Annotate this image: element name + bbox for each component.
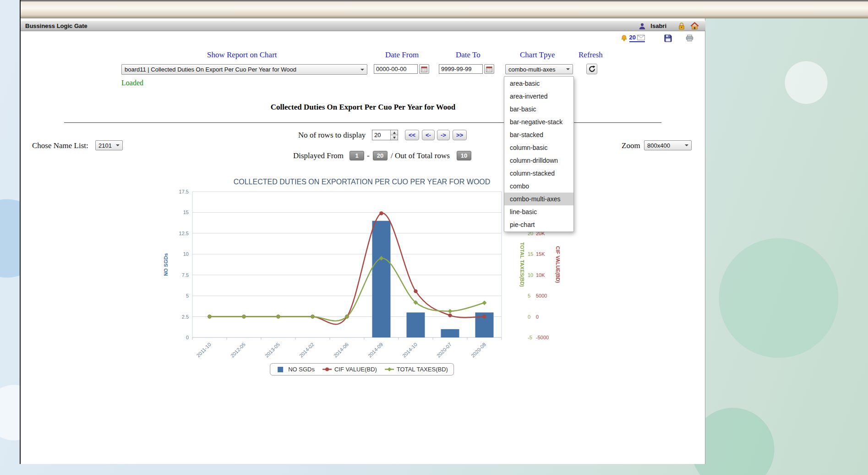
date-from-calendar-button[interactable]	[419, 64, 429, 74]
y-tick-label: 10	[183, 251, 189, 257]
spinner-down-icon[interactable]	[391, 135, 398, 140]
chart-type-option-line-basic[interactable]: line-basic	[504, 205, 573, 218]
chart-type-label: Chart Tpye	[520, 50, 555, 60]
refresh-button[interactable]	[586, 64, 597, 74]
pager-next-button[interactable]: ->	[437, 130, 450, 140]
zoom-select-value: 800x400	[647, 142, 670, 149]
user-name: Isabri	[650, 22, 666, 29]
chart-type-option-bar-negative-stack[interactable]: bar-negative-stack	[504, 116, 573, 128]
chart-type-option-area-basic[interactable]: area-basic	[504, 77, 573, 90]
load-status: Loaded	[121, 79, 143, 87]
y-tick-label: 2.5	[182, 314, 189, 320]
chart-type-option-combo[interactable]: combo	[504, 180, 573, 193]
chart-type-option-bar-basic[interactable]: bar-basic	[504, 103, 573, 116]
spinner-up-icon[interactable]	[391, 130, 398, 135]
chart-type-option-column-basic[interactable]: column-basic	[504, 141, 573, 154]
point-diamond[interactable]	[276, 315, 281, 319]
date-from-input[interactable]	[374, 64, 418, 74]
displayed-to-value: 20	[373, 151, 388, 160]
date-from-label: Date From	[385, 50, 419, 60]
taxes-tick-label: 10	[528, 272, 533, 278]
displayed-from-label: Displayed From	[293, 151, 344, 160]
y-tick-label: 0	[186, 335, 189, 340]
chart-type-option-bar-stacked[interactable]: bar-stacked	[504, 128, 573, 141]
x-category-label: 2012-05	[229, 342, 246, 359]
name-list-label: Chose Name List:	[32, 141, 88, 150]
point-circle[interactable]	[379, 211, 383, 215]
y-tick-label: 17.5	[179, 189, 189, 194]
chart-type-select-value: combo-multi-axes	[508, 66, 556, 73]
print-icon[interactable]	[686, 34, 693, 42]
cif-axis-title: CIF VALUE(BD)	[555, 246, 561, 283]
envelope-icon	[637, 35, 645, 40]
app-titlebar: Bussiness Logic Gate Isabri	[21, 21, 705, 31]
chart-type-menu: area-basicarea-invertedbar-basicbar-nega…	[504, 76, 574, 232]
rows-spinner	[390, 130, 398, 140]
point-diamond[interactable]	[311, 315, 315, 319]
point-circle[interactable]	[448, 314, 452, 317]
x-category-label: 2011-10	[195, 342, 212, 358]
line-total-taxes-bd-	[210, 258, 485, 321]
point-diamond[interactable]	[207, 315, 212, 319]
bar-no-sgds[interactable]	[407, 312, 425, 337]
legend-label: CIF VALUE(BD)	[334, 366, 377, 373]
cif-tick-label: 10K	[536, 272, 545, 278]
point-circle[interactable]	[414, 289, 417, 293]
app-title: Bussiness Logic Gate	[25, 22, 87, 29]
pager-last-button[interactable]: >>	[453, 130, 467, 140]
x-category-label: 2020-07	[436, 342, 453, 359]
name-list-select-value: 2101	[98, 142, 112, 149]
date-to-label: Date To	[456, 50, 480, 60]
x-category-label: 2014-10	[401, 342, 418, 359]
alerts-link[interactable]: 20	[629, 34, 645, 42]
pager-first-button[interactable]: <<	[405, 130, 419, 140]
chart-type-option-column-stacked[interactable]: column-stacked	[504, 167, 573, 180]
report-title: Collected Duties On Export Per Cuo Per Y…	[21, 103, 705, 112]
chart-type-option-combo-multi-axes[interactable]: combo-multi-axes	[504, 193, 573, 205]
report-select[interactable]: board11 | Collected Duties On Export Per…	[121, 64, 367, 75]
taxes-tick-label: -5	[528, 335, 532, 340]
rows-input-field[interactable]	[372, 130, 390, 140]
legend-label: NO SGDs	[288, 366, 315, 373]
refresh-label: Refresh	[579, 50, 603, 60]
taxes-tick-label: 5	[528, 293, 530, 298]
chart-legend: NO SGDsCIF VALUE(BD)TOTAL TAXES(BD)	[270, 363, 454, 376]
chart-type-option-column-drilldown[interactable]: column-drilldown	[504, 154, 573, 167]
window-top-strip	[21, 0, 868, 18]
point-diamond[interactable]	[242, 315, 246, 319]
pager-prev-button[interactable]: <-	[422, 130, 435, 140]
rows-label: No of rows to display	[298, 131, 366, 140]
legend-symbol	[384, 366, 394, 372]
date-to-calendar-button[interactable]	[484, 64, 494, 74]
bar-no-sgds[interactable]	[441, 329, 459, 337]
legend-item-cif-value-bd-[interactable]: CIF VALUE(BD)	[322, 366, 377, 373]
save-icon[interactable]	[664, 34, 672, 42]
lock-icon[interactable]	[677, 22, 686, 30]
name-list-select[interactable]: 2101	[95, 140, 123, 150]
cif-tick-label: 15K	[536, 251, 545, 257]
rows-input[interactable]	[372, 130, 398, 140]
point-circle[interactable]	[482, 315, 486, 318]
bell-icon[interactable]	[621, 34, 628, 42]
bar-no-sgds[interactable]	[372, 221, 391, 337]
user-icon[interactable]	[639, 22, 646, 30]
date-to-input[interactable]	[439, 64, 483, 74]
cif-tick-label: 0	[536, 314, 539, 320]
point-diamond[interactable]	[448, 309, 453, 314]
point-diamond[interactable]	[482, 301, 487, 305]
legend-label: TOTAL TAXES(BD)	[397, 366, 448, 373]
report-select-value: board11 | Collected Duties On Export Per…	[125, 66, 296, 73]
y-tick-label: 7.5	[182, 272, 189, 278]
chart-type-select[interactable]: combo-multi-axes	[505, 64, 573, 74]
legend-item-total-taxes-bd-[interactable]: TOTAL TAXES(BD)	[384, 366, 448, 373]
chart-type-option-pie-chart[interactable]: pie-chart	[504, 218, 573, 231]
cif-tick-label: 5000	[536, 293, 547, 298]
x-category-label: 2013-05	[264, 342, 281, 359]
zoom-select[interactable]: 800x400	[644, 140, 692, 150]
home-icon[interactable]	[690, 22, 699, 30]
chart-type-option-area-inverted[interactable]: area-inverted	[504, 90, 573, 103]
quick-icon-row: 20	[21, 32, 705, 44]
total-rows-label: / Out of Total rows	[391, 151, 450, 160]
chart-title: COLLECTED DUTIES ON EXPORTATION PER CUO …	[234, 178, 491, 186]
legend-item-no-sgds[interactable]: NO SGDs	[276, 366, 315, 373]
